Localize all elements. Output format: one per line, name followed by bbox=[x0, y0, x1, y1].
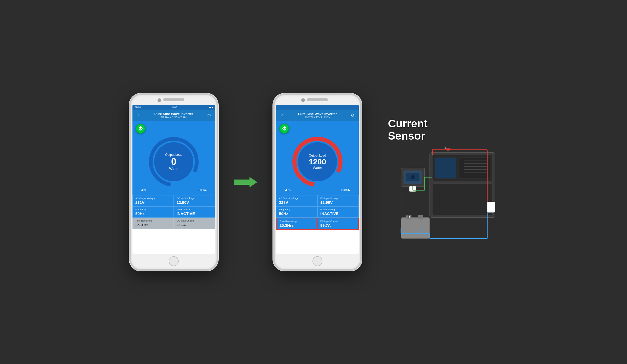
phone1-dc-current-cell: DC Input Current --:--A bbox=[174, 218, 215, 229]
phone1-scale-right-label: 100% bbox=[197, 188, 205, 192]
phone1-wrapper: SIM 4 3:02 ■■■ ‹ Pure Sine Wave Inverter… bbox=[129, 93, 218, 271]
phone2-freq-value: 50Hz bbox=[279, 211, 315, 216]
current-sensor-title-line1: Current bbox=[388, 117, 428, 130]
phone1-power-row: ⏻ bbox=[136, 124, 212, 134]
phone2: ‹ Pure Sine Wave Inverter 1000W – 12V to… bbox=[273, 93, 362, 271]
arrow-container bbox=[234, 176, 257, 189]
current-sensor-section: Current Sensor bbox=[388, 118, 498, 246]
phone1-time-remaining-cell: Time Remaining --:--Hrs bbox=[132, 218, 174, 229]
phone2-home-btn[interactable] bbox=[312, 256, 322, 266]
phone1-power-saving-cell: Power Saving INACTIVE bbox=[174, 206, 215, 218]
phone2-power-icon: ⏻ bbox=[282, 127, 286, 131]
svg-marker-2 bbox=[234, 177, 257, 187]
phone2-time-remaining-value: 25.3Hrs bbox=[280, 223, 315, 228]
phone2-gauge-value: 1200 bbox=[309, 158, 326, 166]
phone2-dc-voltage-value: 12.90V bbox=[320, 200, 356, 205]
phone1-dc-current-value: --:--A bbox=[177, 223, 212, 227]
svg-rect-26 bbox=[487, 202, 495, 212]
phone2-power-row: ⏻ bbox=[279, 124, 356, 134]
phone1-freq-cell: Frequency 50Hz bbox=[132, 206, 174, 218]
phone1-dc-voltage-cell: DC Input Voltage 12.90V bbox=[174, 195, 215, 206]
circuit-diagram-svg: + - bbox=[388, 147, 498, 246]
phone1-back-btn[interactable]: ‹ bbox=[136, 112, 141, 118]
phone1-gear-btn[interactable]: ⚙ bbox=[206, 113, 212, 118]
phone2-scale-left-label: 0% bbox=[287, 188, 291, 192]
phone2-header-center: Pure Sine Wave Inverter 1000W – 12V to 2… bbox=[285, 112, 350, 119]
current-sensor-title: Current Sensor bbox=[388, 118, 428, 142]
phone2-app-title: Pure Sine Wave Inverter bbox=[298, 112, 337, 116]
phone1-info-grid: AC Output Voltage 231V DC Input Voltage … bbox=[132, 195, 215, 229]
phone1-header-center: Pure Sine Wave Inverter 1000W – 12V to 2… bbox=[141, 112, 206, 119]
svg-rect-8 bbox=[435, 158, 456, 178]
phone2-scale: ◀ 0% 100% ▶ bbox=[279, 188, 356, 192]
phone1-dc-voltage-label: DC Input Voltage bbox=[177, 197, 212, 200]
phone1-screen: SIM 4 3:02 ■■■ ‹ Pure Sine Wave Inverter… bbox=[132, 105, 215, 254]
phone1-gauge-label: Output Load bbox=[165, 153, 182, 157]
phone1-ac-voltage-value: 231V bbox=[135, 200, 171, 205]
phone1-gauge-inner: Output Load 0 Watts bbox=[154, 142, 193, 181]
current-sensor-title-line2: Sensor bbox=[388, 130, 425, 142]
phone2-ac-voltage-value: 228V bbox=[279, 200, 315, 205]
phone2-dc-current-cell: DC Input Current 99.7A bbox=[317, 218, 359, 230]
phone2-dc-voltage-cell: DC Input Voltage 12.90V bbox=[317, 195, 359, 206]
svg-rect-16 bbox=[432, 184, 492, 215]
phone2-dc-voltage-label: DC Input Voltage bbox=[320, 197, 356, 200]
phone2-scale-right-arrow: ▶ bbox=[348, 188, 350, 192]
phone2-power-saving-label: Power Saving bbox=[320, 208, 356, 211]
phone1-power-saving-value: INACTIVE bbox=[177, 211, 212, 216]
phone2-back-btn[interactable]: ‹ bbox=[279, 112, 285, 118]
phone2-app-subtitle: 1000W – 12V to 230V bbox=[305, 116, 330, 119]
phone1-carrier: SIM 4 bbox=[135, 106, 141, 109]
phone1-power-icon: ⏻ bbox=[138, 127, 143, 131]
green-arrow-svg bbox=[234, 176, 257, 189]
phone2-header: ‹ Pure Sine Wave Inverter 1000W – 12V to… bbox=[276, 110, 359, 121]
phone1-dc-current-label: DC Input Current bbox=[177, 219, 212, 222]
phone1-scale-left: ◀ bbox=[141, 188, 143, 192]
phone2-wrapper: ‹ Pure Sine Wave Inverter 1000W – 12V to… bbox=[273, 93, 362, 271]
phone1-home-btn[interactable] bbox=[169, 256, 179, 266]
phone1-time: 3:02 bbox=[172, 106, 177, 109]
phone2-ac-voltage-label: AC Output Voltage bbox=[279, 197, 315, 200]
phone2-time-remaining-label: Time Remaining bbox=[280, 220, 315, 223]
svg-rect-9 bbox=[458, 158, 490, 178]
phone2-dc-current-value: 99.7A bbox=[320, 223, 355, 228]
phone2-power-saving-cell: Power Saving INACTIVE bbox=[317, 206, 359, 218]
phone1-app-title: Pure Sine Wave Inverter bbox=[154, 112, 193, 116]
phone1-battery: ■■■ bbox=[209, 106, 213, 109]
phone2-info-grid: AC Output Voltage 228V DC Input Voltage … bbox=[276, 195, 359, 230]
phone1-app-content: ⏻ Output Load 0 bbox=[132, 121, 215, 195]
phone2-dc-current-label: DC Input Current bbox=[320, 220, 355, 223]
phone1-scale-right: ▶ bbox=[205, 188, 207, 192]
phone2-power-btn[interactable]: ⏻ bbox=[279, 124, 289, 134]
phone1-power-btn[interactable]: ⏻ bbox=[136, 124, 146, 134]
phone2-scale-right-label: 100% bbox=[341, 188, 348, 192]
main-content: SIM 4 3:02 ■■■ ‹ Pure Sine Wave Inverter… bbox=[0, 0, 627, 364]
phone2-app-content: ⏻ Output Load 1200 bbox=[276, 121, 359, 195]
phone1-time-remaining-label: Time Remaining bbox=[135, 219, 171, 222]
phone1-scale-left-label: 0% bbox=[143, 188, 147, 192]
phone1-freq-value: 50Hz bbox=[135, 211, 171, 216]
phone2-gauge: Output Load 1200 Watts bbox=[291, 136, 344, 188]
phone1-status-bar: SIM 4 3:02 ■■■ bbox=[132, 105, 215, 110]
phone1-gauge-value: 0 bbox=[171, 157, 176, 166]
phone1-freq-label: Frequency bbox=[135, 208, 171, 211]
phone2-freq-cell: Frequency 50Hz bbox=[276, 206, 317, 218]
phone2-status-bar bbox=[276, 105, 359, 110]
phone2-power-saving-value: INACTIVE bbox=[320, 211, 356, 216]
phone1: SIM 4 3:02 ■■■ ‹ Pure Sine Wave Inverter… bbox=[129, 93, 218, 271]
phone1-gauge-unit: Watts bbox=[169, 166, 178, 171]
phone2-scale-left-arrow: ◀ bbox=[285, 188, 287, 192]
svg-text:-: - bbox=[420, 215, 421, 219]
phone2-gauge-label: Output Load bbox=[309, 154, 326, 157]
phone2-gauge-inner: Output Load 1200 Watts bbox=[298, 142, 337, 181]
svg-rect-21 bbox=[401, 218, 430, 238]
phone2-screen: ‹ Pure Sine Wave Inverter 1000W – 12V to… bbox=[276, 105, 359, 254]
phone2-freq-label: Frequency bbox=[279, 208, 315, 211]
svg-point-20 bbox=[411, 175, 415, 179]
phone2-gear-btn[interactable]: ⚙ bbox=[350, 113, 356, 118]
phone2-time-remaining-cell: Time Remaining 25.3Hrs bbox=[276, 218, 317, 230]
phone1-power-saving-label: Power Saving bbox=[177, 208, 212, 211]
circuit-diagram: + - bbox=[388, 147, 498, 246]
phone1-dc-voltage-value: 12.90V bbox=[177, 200, 212, 205]
phone1-ac-voltage-cell: AC Output Voltage 231V bbox=[132, 195, 174, 206]
